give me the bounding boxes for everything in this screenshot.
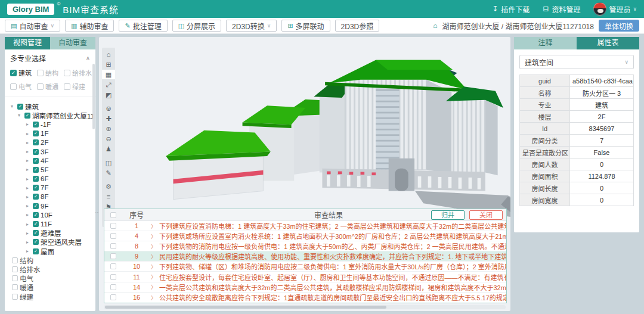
result-row[interactable]: 4〉下列建筑或场所应设置室内消火栓系统：1 建筑占地面积大于300m^2的厂房和… [104, 231, 506, 241]
header-link-插件下载[interactable]: ↧插件下载 [492, 4, 530, 14]
result-row[interactable]: 8〉下列建筑物的消防用电应按一级负荷供电：1 建筑高度大于50m的乙、丙类厂房和… [104, 241, 506, 251]
row-checkbox[interactable] [110, 223, 116, 229]
walk-icon[interactable]: ♟ [102, 144, 115, 154]
horizontal-scrollbar-thumb[interactable] [105, 306, 386, 309]
merge-button[interactable]: 归并 [431, 210, 465, 220]
tree-caret-icon[interactable]: ▸ [26, 176, 31, 182]
checkbox-checked-icon[interactable]: ✓ [33, 212, 39, 218]
checkbox-checked-icon[interactable]: ✓ [33, 122, 39, 128]
tree-node-floor-6F[interactable]: ▸✓6F [8, 175, 94, 184]
checkbox-checked-icon[interactable]: ✓ [33, 158, 39, 164]
tree-node-floor-1F[interactable]: ▸✓1F [8, 129, 94, 138]
tree-caret-icon[interactable]: ▸ [26, 185, 31, 191]
expand-caret-icon[interactable]: 〉 [151, 253, 156, 260]
grid-icon[interactable]: ▦ [102, 70, 115, 79]
tree-caret-icon[interactable]: ▸ [26, 231, 31, 236]
toolbar-button-批注管理[interactable]: ✎批注管理 [119, 20, 167, 32]
discipline-建筑[interactable]: ✓建筑 [10, 68, 37, 77]
result-row[interactable]: 10〉下列建筑物、储罐（区）和堆场的消防用电应按二级负荷供电：1 室外消防用水量… [104, 262, 506, 272]
toolbar-button-多屏联动[interactable]: ⊞多屏联动 [281, 20, 330, 32]
tree-caret-icon[interactable]: ▸ [26, 248, 31, 254]
close-button[interactable]: 关闭 [469, 210, 503, 220]
checkbox-checked-icon[interactable]: ✓ [10, 70, 17, 76]
checkbox-icon[interactable] [12, 294, 18, 300]
fit-view-icon[interactable]: ⤢ [102, 80, 115, 89]
checkbox-checked-icon[interactable]: ✓ [24, 113, 30, 119]
row-checkbox[interactable] [110, 243, 116, 249]
tree-node-floor-9F[interactable]: ▸✓9F [8, 201, 94, 210]
tree-node-floor-2F[interactable]: ▸✓2F [8, 138, 94, 147]
tree-node-绿建[interactable]: 绿建 [8, 292, 94, 301]
result-row[interactable]: 11〉住宅应按套型设计，每套住宅应设卧室、起居室（厅）、厨房和卫生间等基本功能空… [104, 272, 506, 282]
checkbox-icon[interactable] [64, 70, 70, 76]
settings-icon[interactable]: ⚙ [102, 182, 115, 191]
collapse-icon[interactable]: ∧ [86, 55, 90, 61]
tree-node-floor-架空通风夹层[interactable]: ▸✓架空通风夹层 [8, 238, 94, 247]
tree-caret-icon[interactable]: ▸ [26, 167, 31, 172]
element-type-select[interactable]: 建筑空间 ∨ [519, 55, 634, 69]
discipline-结构[interactable]: 结构 [37, 68, 64, 77]
checkbox-icon[interactable] [37, 70, 44, 76]
horizontal-scrollbar[interactable] [104, 305, 506, 309]
checkbox-checked-icon[interactable]: ✓ [33, 185, 39, 191]
zoom-in-icon[interactable]: ⊕ [102, 124, 115, 133]
pan-icon[interactable]: ✚ [102, 114, 115, 123]
checkbox-checked-icon[interactable]: ✓ [33, 221, 39, 227]
expand-caret-icon[interactable]: 〉 [151, 222, 156, 230]
checkbox-icon[interactable] [37, 83, 44, 90]
user-avatar[interactable] [593, 2, 606, 15]
building-model[interactable] [120, 38, 510, 217]
row-checkbox[interactable] [110, 233, 116, 239]
tree-node-floor-8F[interactable]: ▸✓8F [8, 192, 94, 201]
checkbox-icon[interactable] [12, 275, 18, 281]
expand-caret-icon[interactable]: 〉 [151, 273, 156, 281]
scene-tree-icon[interactable]: ≡ [102, 192, 115, 201]
checkbox-checked-icon[interactable]: ✓ [33, 130, 39, 136]
tree-node-model[interactable]: ▾✓湖南师范创业大厦11271018_c5 [8, 111, 94, 120]
checkbox-checked-icon[interactable]: ✓ [33, 203, 39, 209]
tree-node-暖通[interactable]: 暖通 [8, 283, 94, 292]
row-checkbox[interactable] [110, 274, 116, 280]
tree-node-floor-3F[interactable]: ▸✓3F [8, 147, 94, 156]
tree-node-floor-11F[interactable]: ▸✓11F [8, 219, 94, 228]
tree-caret-icon[interactable]: ▸ [26, 131, 31, 136]
checkbox-icon[interactable] [12, 266, 18, 272]
tree-caret-icon[interactable]: ▸ [26, 203, 31, 209]
tab-view-management[interactable]: 视图管理 [5, 37, 50, 49]
toolbar-button-2D3D转换[interactable]: 2D3D转换∨ [226, 20, 277, 32]
checkbox-icon[interactable] [12, 284, 18, 290]
expand-caret-icon[interactable]: 〉 [151, 263, 156, 271]
tree-node-floor-4F[interactable]: ▸✓4F [8, 156, 94, 165]
tree-caret-icon[interactable]: ▸ [26, 149, 31, 154]
row-checkbox[interactable] [110, 294, 116, 300]
checkbox-checked-icon[interactable]: ✓ [33, 139, 39, 145]
toolbar-button-辅助审查[interactable]: ▥辅助审查 [65, 20, 114, 32]
header-link-资料管理[interactable]: ⊟资料管理 [543, 4, 580, 14]
result-row[interactable]: 1〉下列建筑应设置消防电梯：1 建筑高度大于33m的住宅建筑；2 一类高层公共建… [104, 221, 506, 231]
tree-caret-icon[interactable]: ▸ [26, 222, 31, 227]
tab-property-table[interactable]: 属性表 [577, 37, 639, 49]
checkbox-icon[interactable] [64, 83, 70, 90]
view-cube-icon[interactable]: ⊞ [102, 60, 115, 69]
tree-node-floor-7F[interactable]: ▸✓7F [8, 184, 94, 192]
tab-annotation[interactable]: 注释 [514, 37, 577, 49]
viewer-3d[interactable]: ⌂⊞▦⤢◩⊚✚⊕⊖♟◫✎⚙≡⚑⤡ [99, 37, 510, 311]
home-icon[interactable]: ⌂ [102, 49, 115, 59]
result-row[interactable]: 14〉一类高层公共建筑和建筑高度大于32m的二类高层公共建筑，其疏散楼梯应采用防… [104, 282, 506, 293]
section-box-icon[interactable]: ◫ [102, 158, 115, 167]
checkbox-checked-icon[interactable]: ✓ [33, 149, 39, 155]
result-row[interactable]: 16〉公共建筑的安全疏散距离应符合下列规定：1直通疏散走道的房间疏散门至最近安全… [104, 293, 506, 303]
tree-node-floor-10F[interactable]: ▸✓10F [8, 210, 94, 219]
checkbox-icon[interactable] [12, 257, 18, 263]
checkbox-checked-icon[interactable]: ✓ [33, 248, 39, 254]
user-menu[interactable]: 管理员 ∨ [593, 2, 637, 15]
tree-node-root[interactable]: ▾✓建筑 [8, 102, 94, 111]
tree-caret-icon[interactable]: ▸ [26, 140, 31, 145]
discipline-给排水[interactable]: 给排水 [64, 68, 92, 77]
left-resize-grip[interactable]: ⋮ [97, 210, 98, 214]
tree-node-floor--1F[interactable]: ▸✓-1F [8, 120, 94, 129]
tree-caret-icon[interactable]: ▸ [26, 194, 31, 200]
tree-node-floor-避难层[interactable]: ▸✓避难层 [8, 229, 94, 238]
tree-caret-icon[interactable]: ▸ [26, 158, 31, 163]
tree-node-floor-5F[interactable]: ▸✓5F [8, 165, 94, 174]
